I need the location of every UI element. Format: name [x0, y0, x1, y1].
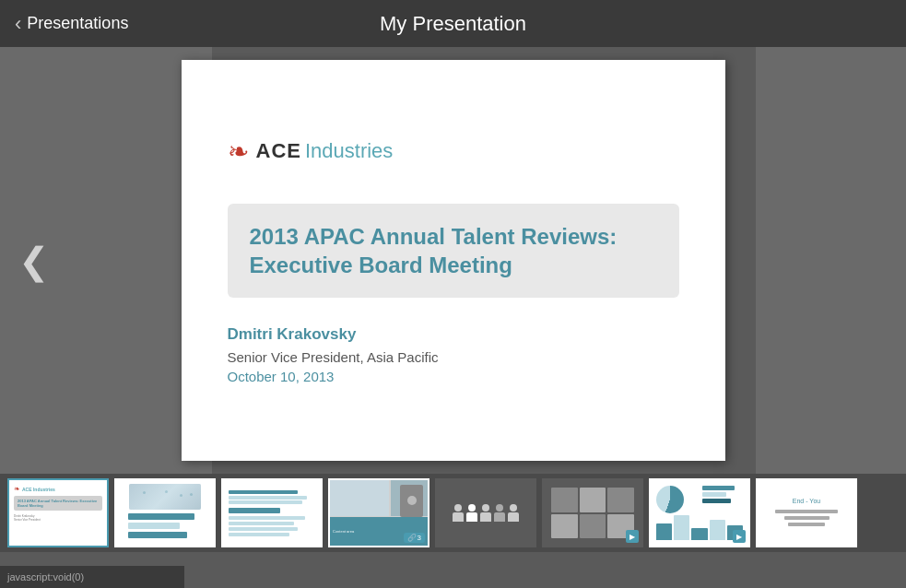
- slide-title-box: 2013 APAC Annual Talent Reviews:Executiv…: [228, 204, 679, 298]
- thumbnail-2[interactable]: [114, 478, 216, 547]
- play-badge-7: ▶: [733, 530, 746, 543]
- thumb-people-inner: [437, 480, 535, 546]
- presenter-date: October 10, 2013: [228, 369, 335, 384]
- back-chevron-icon: ‹: [15, 12, 21, 36]
- thumbnail-5[interactable]: [435, 478, 536, 547]
- thumb-map-image: [129, 484, 201, 510]
- bottom-bar-text: javascript:void(0): [7, 571, 84, 582]
- back-label: Presentations: [27, 14, 128, 33]
- bottom-status-bar: javascript:void(0): [0, 566, 184, 588]
- prev-slide-button[interactable]: ❮: [18, 240, 50, 282]
- link-badge-4: 🔗3: [404, 533, 425, 543]
- thumbnail-8[interactable]: End - You: [756, 478, 857, 547]
- thumbnail-7[interactable]: ▶: [649, 478, 750, 547]
- thumbnail-bar: ❧ ACE Industries 2013 APAC Annual Talent…: [0, 474, 906, 552]
- presenter-title: Senior Vice President, Asia Pacific: [228, 349, 439, 365]
- slide-main-title: 2013 APAC Annual Talent Reviews:Executiv…: [250, 222, 657, 279]
- ace-logo-industries: Industries: [305, 139, 393, 163]
- back-button[interactable]: ‹ Presentations: [0, 0, 143, 47]
- thumb-rows: [124, 510, 206, 542]
- presentation-title: My Presentation: [380, 12, 526, 36]
- ace-logo-icon: ❧: [228, 136, 249, 167]
- ace-logo-text: ACE: [256, 139, 301, 163]
- thumbnail-4[interactable]: Content area 🔗3: [328, 478, 429, 547]
- header: ‹ Presentations My Presentation: [0, 0, 906, 47]
- thumbnail-3[interactable]: [221, 478, 323, 547]
- slide-area: ❮ ❧ ACE Industries 2013 APAC Annual Tale…: [0, 47, 906, 474]
- slide-content: ❧ ACE Industries 2013 APAC Annual Talent…: [182, 60, 725, 461]
- play-badge-6: ▶: [626, 530, 639, 543]
- presenter-name: Dmitri Krakovsky: [228, 325, 357, 344]
- slide-logo: ❧ ACE Industries: [228, 136, 394, 167]
- thumbnail-6[interactable]: ▶: [542, 478, 643, 547]
- thumb-text-content: End - You: [758, 480, 855, 546]
- right-panel: [756, 47, 906, 474]
- thumbnail-1[interactable]: ❧ ACE Industries 2013 APAC Annual Talent…: [7, 478, 109, 547]
